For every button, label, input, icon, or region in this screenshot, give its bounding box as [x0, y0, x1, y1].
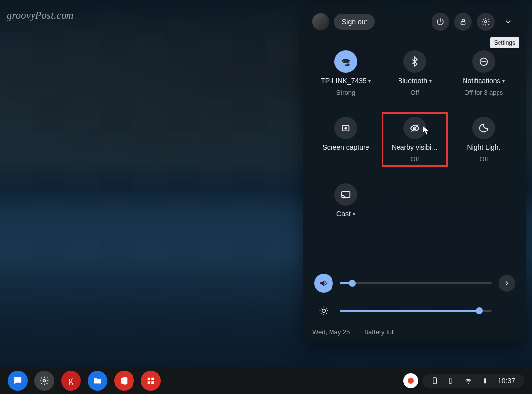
- svg-point-7: [345, 127, 347, 130]
- nearby-visibility-toggle[interactable]: [403, 117, 426, 139]
- notifications-toggle[interactable]: [472, 50, 495, 73]
- settings-button[interactable]: [477, 13, 495, 31]
- shelf-status-area[interactable]: 10:37: [403, 373, 524, 388]
- lock-icon: [459, 17, 467, 26]
- svg-rect-0: [461, 21, 466, 25]
- tile-cast[interactable]: Cast▾: [314, 180, 377, 221]
- wifi-icon: [340, 56, 351, 67]
- tile-notifications[interactable]: Notifications▾ Off for 3 apps: [452, 47, 515, 99]
- audio-settings-button[interactable]: [499, 275, 515, 292]
- avatar-icon: [407, 377, 415, 385]
- bluetooth-icon: [409, 56, 420, 67]
- grid-icon: [146, 376, 156, 386]
- sign-out-button[interactable]: Sign out: [334, 14, 375, 30]
- svg-rect-18: [433, 378, 437, 384]
- collapse-button[interactable]: [499, 13, 517, 31]
- svg-rect-14: [152, 378, 154, 380]
- cast-toggle[interactable]: [334, 183, 357, 206]
- chevron-down-icon: [504, 17, 513, 26]
- night-light-toggle[interactable]: [472, 117, 495, 139]
- notifications-sub: Off for 3 apps: [465, 89, 503, 96]
- phone-icon: [431, 377, 439, 385]
- bluetooth-sub: Off: [410, 89, 419, 96]
- visibility-off-icon: [409, 123, 420, 133]
- tile-screen-capture[interactable]: Screen capture: [314, 114, 377, 165]
- clock: 10:37: [498, 377, 515, 385]
- screen-capture-label: Screen capture: [323, 143, 369, 151]
- power-button[interactable]: [432, 13, 449, 31]
- svg-rect-16: [152, 381, 154, 383]
- phone-hub-avatar[interactable]: [403, 373, 418, 388]
- lock-button[interactable]: [454, 13, 472, 31]
- app-messages[interactable]: [8, 371, 28, 391]
- tile-wifi[interactable]: TP-LINK_7435▾ Strong: [314, 47, 377, 99]
- cast-label: Cast▾: [336, 210, 355, 218]
- svg-point-17: [408, 378, 414, 384]
- panel-footer: Wed, May 25 Battery full: [312, 328, 517, 336]
- shelf: g 10:37: [0, 367, 532, 394]
- svg-rect-3: [347, 64, 348, 65]
- notifications-label: Notifications▾: [463, 77, 504, 85]
- sliders-section: [312, 274, 517, 320]
- volume-icon-button[interactable]: [314, 274, 333, 293]
- volume-slider[interactable]: [340, 282, 492, 284]
- stylus-icon: [448, 377, 456, 385]
- svg-point-12: [43, 379, 46, 382]
- volume-row: [314, 274, 515, 293]
- volume-icon: [319, 278, 329, 288]
- quick-settings-panel: Sign out Settings TP-LINK_7435▾ Strong: [303, 4, 526, 343]
- bluetooth-toggle[interactable]: [403, 50, 426, 73]
- brightness-row: [314, 301, 515, 320]
- brightness-icon: [319, 306, 329, 316]
- tile-nearby-visibility[interactable]: Nearby visibi… Off: [383, 114, 446, 165]
- svg-rect-20: [485, 378, 486, 378]
- gear-icon: [481, 17, 490, 26]
- svg-rect-13: [148, 378, 150, 380]
- night-light-label: Night Light: [467, 143, 500, 151]
- panel-header: Sign out: [312, 13, 517, 31]
- brightness-slider[interactable]: [340, 310, 492, 312]
- power-icon: [436, 17, 445, 26]
- tile-night-light[interactable]: Night Light Off: [452, 114, 515, 165]
- chevron-right-icon: [503, 279, 511, 287]
- svg-rect-15: [148, 381, 150, 383]
- brightness-icon-button[interactable]: [314, 301, 333, 320]
- dnd-icon: [478, 56, 489, 67]
- folder-icon: [93, 376, 102, 386]
- wifi-toggle[interactable]: [334, 50, 357, 73]
- wifi-label: TP-LINK_7435▾: [321, 77, 371, 85]
- nearby-label: Nearby visibi…: [392, 143, 438, 151]
- night-light-sub: Off: [479, 155, 488, 163]
- cast-icon: [340, 189, 351, 200]
- messages-icon: [13, 376, 23, 386]
- quick-settings-tiles: TP-LINK_7435▾ Strong Bluetooth▾ Off Noti…: [312, 47, 517, 221]
- nearby-sub: Off: [410, 155, 419, 163]
- svg-rect-19: [484, 378, 486, 383]
- footer-divider: [357, 328, 357, 336]
- app-office[interactable]: [114, 371, 134, 391]
- gear-icon: [39, 376, 49, 386]
- night-light-icon: [478, 123, 489, 133]
- user-avatar[interactable]: [312, 13, 329, 30]
- status-tray[interactable]: 10:37: [422, 374, 524, 388]
- screen-capture-toggle[interactable]: [334, 117, 357, 139]
- app-files[interactable]: [88, 371, 107, 391]
- footer-battery: Battery full: [364, 328, 394, 336]
- svg-point-1: [485, 21, 487, 23]
- wifi-sub: Strong: [336, 89, 355, 96]
- battery-status-icon: [481, 377, 489, 385]
- office-icon: [119, 376, 129, 386]
- app-screenshot[interactable]: [141, 371, 161, 391]
- footer-date: Wed, May 25: [312, 328, 350, 336]
- svg-point-11: [322, 309, 326, 313]
- shelf-apps: g: [8, 371, 161, 391]
- bluetooth-label: Bluetooth▾: [398, 77, 432, 85]
- app-settings[interactable]: [34, 371, 54, 391]
- screen-capture-icon: [340, 123, 351, 133]
- settings-tooltip: Settings: [490, 37, 519, 48]
- wifi-status-icon: [465, 377, 472, 385]
- tile-bluetooth[interactable]: Bluetooth▾ Off: [383, 47, 446, 99]
- app-groovypost[interactable]: g: [61, 371, 81, 391]
